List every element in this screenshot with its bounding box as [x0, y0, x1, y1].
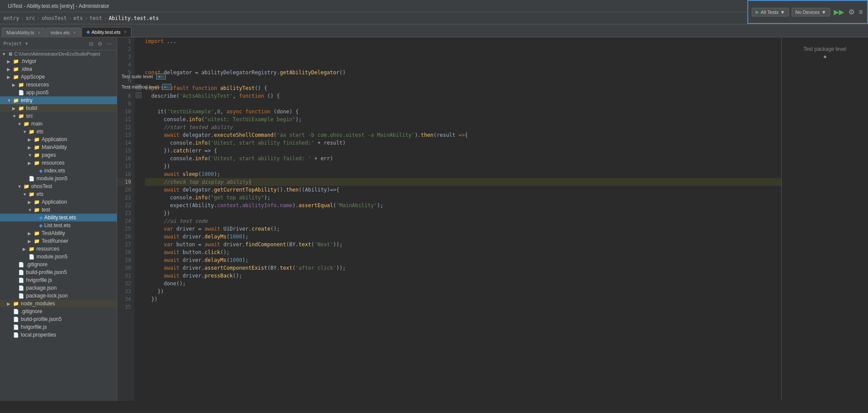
sidebar-item-ets-ohos[interactable]: ▼ 📁 ets [0, 190, 117, 198]
code-editor[interactable]: 1 2 3 4 5 6 7 8 9 10 11 12 13 14 15 16 1… [117, 37, 781, 401]
spacer: ▶ [33, 223, 39, 228]
sidebar-item-root-build-profile[interactable]: ▶ 📄 build-profile.json5 [0, 315, 117, 323]
sidebar-item-hvigorfile[interactable]: ▶ 📄 hvigorfile.js [0, 276, 117, 284]
sidebar-item-ets-main[interactable]: ▼ 📁 ets [0, 128, 117, 135]
sidebar-item-resources-ohos[interactable]: ▶ 📁 resources [0, 245, 117, 253]
menu-bar: UiTest - Ability.test.ets [entry] - Admi… [0, 0, 868, 12]
expand-icon: ▶ [7, 75, 13, 79]
sidebar-item-module-json5-ohos[interactable]: ▶ 📄 module.json5 [0, 253, 117, 261]
more-button[interactable]: ⋯ [105, 40, 113, 47]
sidebar-item-test-folder[interactable]: ▼ 📁 test [0, 206, 117, 214]
run-method-button[interactable]: ▶ ▷ [162, 84, 172, 90]
sidebar-item-entry[interactable]: ▼ 📁 entry [0, 96, 117, 104]
breadcrumb-item[interactable]: src [26, 15, 35, 21]
project-root[interactable]: ▼ 🖥 C:\Users\Administrator\DevEcoStudioP… [0, 50, 117, 57]
sidebar-item-node-modules[interactable]: ▶ 📁 node_modules [0, 300, 117, 307]
expand-icon: ▼ [28, 153, 34, 158]
code-line-30: await driver.assertComponentExist(BY.tex… [145, 264, 781, 272]
project-label: Project [3, 41, 22, 46]
sidebar-item-ability-test-ets[interactable]: ▶ ◆ Ability.test.ets [0, 214, 117, 221]
sidebar-item-ohostest[interactable]: ▼ 📁 ohosTest [0, 182, 117, 190]
sidebar-item-resources[interactable]: ▶ 📁 resources [0, 81, 117, 89]
sidebar-item-appscope[interactable]: ▶ 📁 AppScope [0, 73, 117, 81]
sidebar-item-application-ohos[interactable]: ▶ 📁 Application [0, 198, 117, 206]
sidebar-item-gitignore[interactable]: ▶ 📄 .gitignore [0, 261, 117, 268]
spacer: ▶ [12, 286, 18, 291]
sidebar-item-resources-main[interactable]: ▶ 📁 resources [0, 159, 117, 167]
file-icon: 📄 [13, 309, 19, 314]
code-line-6 [145, 76, 781, 84]
sidebar-item-app-json5[interactable]: ▶ 📄 app.json5 [0, 89, 117, 96]
sidebar-item-application-main[interactable]: ▶ 📁 Application [0, 135, 117, 143]
expand-icon: ▶ [23, 247, 29, 251]
collapse-all-button[interactable]: ⊟ [88, 40, 95, 47]
tab-ability-test[interactable]: ◆ Ability.test.ets × [82, 27, 132, 37]
sidebar-item-testability[interactable]: ▶ 📁 TestAbility [0, 229, 117, 237]
sidebar-item-root-gitignore[interactable]: ▶ 📄 .gitignore [0, 307, 117, 315]
sidebar-item-list-test-ets[interactable]: ▶ ◆ List.test.ets [0, 221, 117, 229]
sidebar-item-mainability[interactable]: ▶ 📁 MainAbility [0, 143, 117, 151]
no-devices-button[interactable]: No Devices ▼ [792, 8, 830, 17]
code-line-4 [145, 61, 781, 69]
code-area[interactable]: import ... const delegator = abilityDele… [143, 37, 781, 401]
debug-icon: ▷ [161, 74, 164, 79]
folder-icon: 📁 [13, 66, 19, 72]
code-line-2 [145, 45, 781, 53]
breadcrumb-item[interactable]: ets [73, 15, 83, 21]
tab-index[interactable]: index.ets × [46, 28, 81, 37]
spacer: ▶ [12, 262, 18, 267]
code-line-9 [145, 100, 781, 108]
sidebar-item-build-profile[interactable]: ▶ 📄 build-profile.json5 [0, 268, 117, 276]
code-line-10: it('testUiExample',0, async function (do… [145, 108, 781, 116]
sidebar-item-index-ets[interactable]: ▶ ◆ index.ets [0, 167, 117, 175]
folder-icon: 📁 [13, 59, 19, 64]
folder-icon: 🖥 [8, 51, 13, 56]
sidebar-item-package-json[interactable]: ▶ 📄 package.json [0, 284, 117, 292]
code-line-16: console.info('Uitest, start ability fail… [145, 155, 781, 162]
folder-icon: 📁 [34, 145, 40, 150]
close-icon[interactable]: × [73, 30, 76, 35]
method-annotation: Test method level ▶ ▷ [122, 84, 171, 90]
line-numbers: 1 2 3 4 5 6 7 8 9 10 11 12 13 14 15 16 1… [117, 37, 135, 401]
sidebar-item-module-json5-main[interactable]: ▶ 📄 module.json5 [0, 175, 117, 182]
sidebar-item-package-lock[interactable]: ▶ 📄 package-lock.json [0, 292, 117, 300]
code-line-22: expect(Ability.context.abilityInfo.name)… [145, 202, 781, 209]
gutter-indicator [135, 92, 141, 98]
sidebar-item-main[interactable]: ▼ 📁 main [0, 120, 117, 128]
settings-button[interactable]: ⚙ [848, 7, 855, 17]
settings-button[interactable]: ⚙ [96, 40, 104, 47]
folder-icon: 📁 [34, 238, 40, 244]
code-line-20: await delegator.getCurrentTopAbility().t… [145, 186, 781, 194]
run-icon: ▶ [756, 10, 759, 14]
dropdown-arrow-icon2: ▼ [822, 10, 826, 15]
run-suite-button[interactable]: ▶ ▷ [156, 73, 166, 79]
sidebar-item-local-properties[interactable]: ▶ 📄 local.properties [0, 331, 117, 339]
code-line-24: //ui test code [145, 217, 781, 225]
breadcrumb-item[interactable]: entry [3, 15, 19, 21]
sidebar-item-testrunner[interactable]: ▶ 📁 TestRunner [0, 237, 117, 245]
run-all-button[interactable]: ▶▶ [833, 7, 845, 17]
all-tests-label: All Tests [761, 10, 779, 15]
sidebar-item-build[interactable]: ▶ 📁 build [0, 104, 117, 112]
sidebar-item-idea[interactable]: ▶ 📁 .idea [0, 65, 117, 73]
breadcrumb-active-item[interactable]: Ability.test.ets [108, 15, 159, 21]
folder-icon: 📁 [29, 246, 35, 252]
suite-annotation: Test suite level ▶ ▷ [122, 73, 166, 79]
sidebar-item-pages[interactable]: ▼ 📁 pages [0, 151, 117, 159]
expand-icon: ▶ [7, 301, 13, 306]
tab-mainability[interactable]: MainAbility.ts × [2, 28, 45, 37]
code-line-8: describe('ActsAbilityTest', function () … [145, 92, 781, 100]
code-line-18: await sleep(1000); [145, 170, 781, 178]
no-devices-label: No Devices [796, 10, 820, 15]
file-icon: 📄 [18, 285, 24, 291]
breadcrumb-item[interactable]: test [89, 15, 102, 21]
sidebar-item-root-hvigorfile[interactable]: ▶ 📄 hvigorfile.js [0, 323, 117, 331]
close-icon[interactable]: × [38, 30, 40, 35]
all-tests-button[interactable]: ▶ All Tests ▼ [752, 8, 789, 17]
breadcrumb-item[interactable]: ohosTest [42, 15, 67, 21]
more-options-button[interactable]: ≡ [858, 7, 864, 17]
project-dropdown[interactable]: ▼ [24, 41, 29, 46]
sidebar-item-src[interactable]: ▼ 📁 src [0, 112, 117, 120]
sidebar-item-hvigor[interactable]: ▶ 📁 .hvigor [0, 57, 117, 65]
close-icon[interactable]: × [124, 30, 127, 34]
